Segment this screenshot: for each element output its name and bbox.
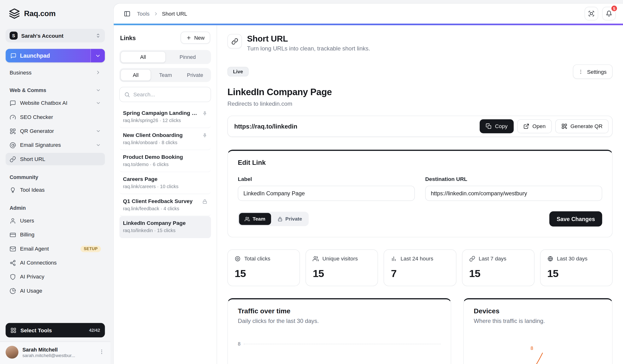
page-subtitle: Turn long URLs into clean, trackable sho… — [247, 45, 370, 52]
chat-icon — [10, 53, 16, 59]
scan-icon — [588, 10, 595, 17]
sidebar-item-seo-checker[interactable]: SEO Checker — [5, 111, 105, 123]
gridline — [244, 343, 441, 344]
link-list-item-selected[interactable]: LinkedIn Company Page raq.to/linkedin · … — [119, 216, 211, 238]
link-item-text: Spring Campaign Landing P... raq.link/sp… — [123, 110, 198, 123]
devices-line-segment — [533, 352, 543, 364]
generate-qr-button[interactable]: Generate QR — [555, 119, 609, 133]
sidebar-item-ai-connections[interactable]: AI Connections — [5, 257, 105, 269]
visibility-team-label: Team — [253, 216, 265, 222]
breadcrumb: Tools Short URL — [137, 11, 187, 17]
stat-value: 15 — [235, 267, 293, 280]
section-header-community: Community — [10, 174, 101, 180]
visibility-toggle: Team Private — [238, 212, 309, 226]
profile-menu-button[interactable] — [99, 348, 105, 356]
sidebar-item-business[interactable]: Business — [5, 66, 105, 79]
notifications-button[interactable]: 5 — [602, 7, 616, 21]
external-link-icon — [523, 123, 529, 129]
account-name: Sarah's Account — [21, 33, 91, 39]
topbar-actions: 5 — [584, 7, 616, 21]
open-label: Open — [532, 123, 546, 129]
label-input[interactable] — [238, 186, 415, 201]
tab-scope-private[interactable]: Private — [180, 69, 210, 81]
sidebar-item-short-url[interactable]: Short URL — [5, 153, 105, 165]
stat-value: 7 — [391, 267, 449, 280]
stats-row: Total clicks 15 Unique visitors 15 — [227, 249, 612, 286]
link-item-text: LinkedIn Company Page raq.to/linkedin · … — [123, 220, 186, 233]
section-header-admin: Admin — [10, 205, 101, 211]
link-item-meta: raq.link/spring26 · 12 clicks — [123, 118, 198, 123]
edit-link-card: Edit Link Label Destination URL — [227, 150, 612, 237]
visibility-private-toggle[interactable]: Private — [272, 213, 308, 225]
stat-label: Total clicks — [244, 256, 270, 262]
sidebar-item-email-signatures[interactable]: Email Signatures — [5, 139, 105, 151]
link-list-item[interactable]: New Client Onboarding raq.link/onboard ·… — [119, 128, 211, 150]
y-axis-tick-label: 8 — [238, 341, 240, 346]
chart-title: Devices — [474, 307, 602, 315]
pie-chart-icon — [10, 288, 16, 294]
tab-pinned[interactable]: Pinned — [166, 51, 210, 63]
gauge-icon — [10, 114, 16, 120]
sidebar-item-users[interactable]: Users — [5, 214, 105, 227]
chart-title: Traffic over time — [238, 307, 441, 315]
filter-tabs: All Pinned — [119, 50, 211, 64]
account-switcher[interactable]: S Sarah's Account — [5, 29, 105, 43]
bell-icon — [606, 10, 612, 17]
link-list-item[interactable]: Careers Page raq.link/careers · 10 click… — [119, 172, 211, 194]
select-tools-button[interactable]: Select Tools 42/42 — [5, 323, 105, 337]
launchpad-button[interactable]: Launchpad — [5, 49, 90, 63]
stat-value: 15 — [469, 267, 527, 280]
tab-scope-all[interactable]: All — [120, 69, 151, 81]
sidebar-item-billing[interactable]: Billing — [5, 229, 105, 241]
chevron-down-icon — [95, 53, 101, 59]
profile-card[interactable]: Sarah Mitchell sarah.mitchell@westbur... — [0, 342, 111, 364]
scope-tabs: All Team Private — [119, 68, 211, 82]
nodes-icon — [10, 259, 16, 266]
link-list-item[interactable]: Q1 Client Feedback Survey raq.link/feedb… — [119, 194, 211, 216]
sidebar-item-website-chatbox-ai[interactable]: Website Chatbox AI — [5, 97, 105, 109]
status-badge: Live — [227, 67, 248, 76]
page-header-text: Short URL Turn long URLs into clean, tra… — [247, 34, 370, 52]
qr-icon — [10, 128, 16, 134]
sidebar-item-ai-usage[interactable]: AI Usage — [5, 284, 105, 297]
sidebar-item-qr-generator[interactable]: QR Generator — [5, 125, 105, 137]
search-box — [119, 87, 211, 102]
new-link-button[interactable]: New — [180, 32, 210, 44]
short-url-value: https://raq.to/linkedin — [234, 123, 476, 130]
credit-card-icon — [10, 232, 16, 238]
settings-button[interactable]: Settings — [573, 64, 613, 79]
brand-name: Raq.com — [24, 9, 56, 18]
sidebar-item-ai-privacy[interactable]: AI Privacy — [5, 271, 105, 283]
tab-all[interactable]: All — [120, 51, 165, 63]
save-changes-button[interactable]: Save Changes — [549, 212, 602, 227]
sidebar-item-tool-ideas[interactable]: Tool Ideas — [5, 184, 105, 196]
kebab-icon — [578, 69, 584, 75]
devices-card: Devices Where this traffic is landing. 8 — [463, 298, 613, 364]
link-list-item[interactable]: Spring Campaign Landing P... raq.link/sp… — [119, 106, 211, 128]
scan-button[interactable] — [584, 7, 598, 21]
stat-card-total-clicks: Total clicks 15 — [227, 249, 300, 286]
open-button[interactable]: Open — [517, 119, 552, 133]
kebab-icon — [99, 348, 105, 355]
breadcrumb-tools[interactable]: Tools — [137, 11, 150, 17]
edit-link-title: Edit Link — [238, 159, 602, 167]
search-input[interactable] — [134, 91, 206, 98]
main-panel: Tools Short URL 5 Links — [113, 3, 623, 364]
sidebar-toggle-button[interactable] — [121, 8, 133, 20]
charts-row: Traffic over time Daily clicks for the l… — [227, 298, 612, 364]
pin-icon — [202, 133, 207, 138]
section-header-web-comms[interactable]: Web & Comms — [10, 87, 101, 93]
stat-value: 15 — [547, 267, 605, 280]
link-list-item[interactable]: Product Demo Booking raq.to/demo · 6 cli… — [119, 150, 211, 172]
launchpad: Launchpad — [5, 49, 105, 63]
destination-url-input[interactable] — [425, 186, 602, 201]
tab-scope-team[interactable]: Team — [151, 69, 180, 81]
link-item-title: Spring Campaign Landing P... — [123, 110, 198, 116]
mail-icon — [10, 246, 16, 252]
link-icon — [10, 156, 16, 162]
launchpad-expand-button[interactable] — [90, 49, 105, 63]
stat-card-last-30-days: Last 30 days 15 — [540, 249, 613, 286]
sidebar-item-email-agent[interactable]: Email Agent SETUP — [5, 242, 105, 255]
copy-button[interactable]: Copy — [480, 119, 514, 133]
visibility-team-toggle[interactable]: Team — [239, 213, 271, 225]
